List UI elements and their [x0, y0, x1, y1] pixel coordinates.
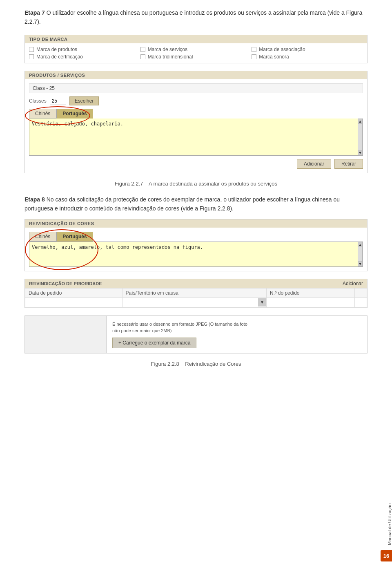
- class-label: Class - 25: [33, 85, 55, 91]
- prioridade-col-numero: N.º do pedido: [267, 288, 355, 297]
- reiv-textarea[interactable]: Vermelho, azul, amarelo, tal como repres…: [29, 242, 358, 266]
- tab-chines[interactable]: Chinês: [29, 109, 56, 119]
- produtos-textarea[interactable]: Vestuário, calçado, chapelaria.: [29, 119, 358, 155]
- reivindicacao-prioridade-box: REIVINDICAÇÃO DE PRIORIDADE Adicionar Da…: [24, 279, 368, 308]
- checkbox-produtos[interactable]: [29, 47, 34, 52]
- dropdown-arrow-icon[interactable]: ▼: [258, 298, 266, 306]
- lang-tabs-wrapper: Chinês Português: [29, 109, 93, 119]
- checkbox-label-associacao: Marca de associação: [259, 47, 305, 52]
- checkbox-row-produtos[interactable]: Marca de produtos: [29, 47, 140, 52]
- checkbox-row-associacao[interactable]: Marca de associação: [252, 47, 363, 52]
- checkbox-certificacao[interactable]: [29, 54, 34, 59]
- prioridade-cell-remove[interactable]: [355, 297, 367, 307]
- tipo-de-marca-box: TIPO DE MARCA Marca de produtos Marca de…: [24, 35, 368, 63]
- upload-note-line2: não pode ser maior que 2MB): [112, 328, 172, 333]
- prioridade-cell-numero[interactable]: [267, 297, 355, 307]
- prioridade-col-data: Data de pedido: [25, 288, 122, 297]
- checkbox-row-sonora[interactable]: Marca sonora: [252, 54, 363, 60]
- reiv-lang-tabs: Chinês Português: [29, 232, 93, 242]
- adicionar-button[interactable]: Adicionar: [297, 159, 331, 169]
- figure-2-2-7-caption: Figura 2.2.7 A marca destinada a assinal…: [24, 181, 368, 187]
- scrollbar-up-arrow[interactable]: ▲: [358, 119, 362, 124]
- tipo-de-marca-body: Marca de produtos Marca de serviços Marc…: [25, 43, 367, 63]
- checkbox-label-servicos: Marca de serviços: [148, 47, 187, 52]
- reiv-scrollbar-down[interactable]: ▼: [358, 261, 362, 266]
- prioridade-header: REIVINDICAÇÃO DE PRIORIDADE Adicionar: [25, 279, 367, 288]
- reiv-lang-tabs-wrapper: Chinês Português: [29, 232, 93, 242]
- figure-2-2-8-label: Figura 2.2.8: [151, 361, 179, 367]
- checkbox-label-certificacao: Marca de certificação: [36, 54, 83, 60]
- etapa8-label: Etapa 8: [24, 196, 45, 203]
- produtos-servicos-box: PRODUTOS / SERVIÇOS Class - 25 Classes E…: [24, 71, 368, 173]
- upload-preview-area: [25, 316, 107, 353]
- upload-button[interactable]: + Carregue o exemplar da marca: [112, 338, 196, 348]
- checkbox-associacao[interactable]: [252, 47, 256, 52]
- produtos-scrollbar[interactable]: ▲ ▼: [358, 119, 363, 155]
- sidebar-manual-text: Manual de Utilização: [387, 463, 392, 545]
- reiv-textarea-container: Vermelho, azul, amarelo, tal como repres…: [29, 242, 363, 267]
- produtos-servicos-header: PRODUTOS / SERVIÇOS: [25, 71, 367, 79]
- figure-2-2-7-label: Figura 2.2.7: [115, 181, 143, 187]
- classes-label: Classes: [29, 98, 47, 104]
- prioridade-cell-pais[interactable]: ▼: [122, 297, 266, 307]
- produtos-actions: Adicionar Retirar: [29, 159, 363, 169]
- reiv-tab-chines[interactable]: Chinês: [29, 232, 56, 242]
- reivindicacao-cores-body: Chinês Português Vermelho, azul, amarelo…: [25, 228, 367, 271]
- tipo-de-marca-header: TIPO DE MARCA: [25, 35, 367, 43]
- class-row: Class - 25: [29, 83, 363, 93]
- checkbox-label-tridimensional: Marca tridimensional: [148, 54, 193, 60]
- figure-2-2-7-description: A marca destinada a assinalar os produto…: [149, 181, 277, 187]
- classes-input-row: Classes Escolher: [29, 96, 363, 105]
- produtos-textarea-container: Vestuário, calçado, chapelaria. ▲ ▼: [29, 119, 363, 156]
- upload-box-right: É necessário usar o desenho em formato J…: [107, 316, 367, 353]
- checkbox-label-sonora: Marca sonora: [259, 54, 289, 60]
- tab-portugues[interactable]: Português: [56, 109, 93, 119]
- figure-2-2-8-caption: Figura 2.2.8 Reivindicação de Cores: [24, 361, 368, 367]
- etapa8-paragraph: Etapa 8 No caso da solicitação da protec…: [24, 195, 368, 213]
- scrollbar-down-arrow[interactable]: ▼: [358, 150, 362, 155]
- prioridade-cell-data[interactable]: [25, 297, 122, 307]
- checkbox-tridimensional[interactable]: [140, 54, 145, 59]
- prioridade-table: Data de pedido País/Território em causa …: [25, 288, 367, 308]
- figure-2-2-8-description: Reivindicação de Cores: [185, 361, 241, 367]
- reiv-tab-portugues[interactable]: Português: [56, 232, 93, 242]
- page-number-badge: 16: [381, 550, 392, 561]
- checkbox-servicos[interactable]: [140, 47, 145, 52]
- intro-description: O utilizador escolhe a língua chinesa ou…: [24, 9, 362, 25]
- classes-input[interactable]: [50, 97, 66, 105]
- prioridade-col-action: [355, 288, 367, 297]
- checkbox-row-tridimensional[interactable]: Marca tridimensional: [140, 54, 252, 60]
- checkbox-sonora[interactable]: [252, 54, 256, 59]
- lang-tabs: Chinês Português: [29, 109, 93, 119]
- reivindicacao-cores-box: REIVINDICAÇÃO DE CORES Chinês Português …: [24, 219, 368, 271]
- prioridade-row-1: ▼: [25, 297, 367, 307]
- upload-note: É necessário usar o desenho em formato J…: [112, 321, 361, 334]
- prioridade-header-label: REIVINDICAÇÃO DE PRIORIDADE: [29, 281, 102, 286]
- etapa8-description: No caso da solicitação da protecção de c…: [24, 196, 340, 212]
- upload-box: É necessário usar o desenho em formato J…: [24, 315, 368, 353]
- etapa7-label: Etapa 7: [24, 9, 45, 16]
- upload-note-line1: É necessário usar o desenho em formato J…: [112, 322, 247, 327]
- prioridade-col-pais: País/Território em causa: [122, 288, 266, 297]
- reivindicacao-cores-header: REIVINDICAÇÃO DE CORES: [25, 219, 367, 228]
- reiv-scrollbar-up[interactable]: ▲: [358, 242, 362, 247]
- checkbox-row-certificacao[interactable]: Marca de certificação: [29, 54, 140, 60]
- produtos-servicos-body: Class - 25 Classes Escolher Chinês Portu…: [25, 79, 367, 173]
- reiv-scrollbar[interactable]: ▲ ▼: [358, 242, 363, 266]
- escolher-button[interactable]: Escolher: [69, 96, 99, 105]
- prioridade-adicionar-button[interactable]: Adicionar: [343, 281, 363, 286]
- retirar-button[interactable]: Retirar: [334, 159, 363, 169]
- checkbox-label-produtos: Marca de produtos: [36, 47, 77, 52]
- intro-paragraph: Etapa 7 O utilizador escolhe a língua ch…: [24, 8, 368, 27]
- checkbox-row-servicos[interactable]: Marca de serviços: [140, 47, 252, 52]
